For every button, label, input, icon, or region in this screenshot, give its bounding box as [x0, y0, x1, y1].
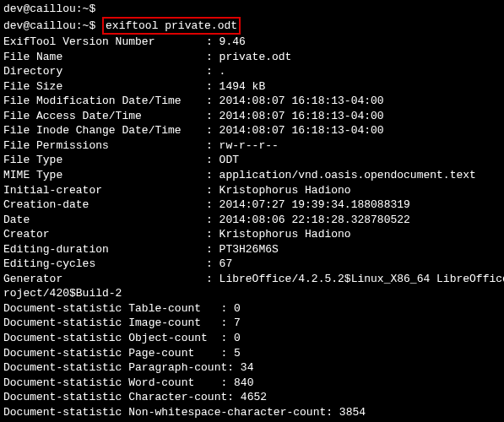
shell-prompt-command[interactable]: dev@caillou:~$ exiftool private.odt — [3, 17, 501, 35]
metadata-label: File Access Date/Time — [3, 109, 206, 124]
stat-row: Document-statistic Character-count: 4652 — [3, 390, 501, 405]
separator: : — [206, 273, 219, 285]
metadata-value: Kristophorus Hadiono — [219, 228, 351, 241]
metadata-row: MIME Type: application/vnd.oasis.opendoc… — [3, 168, 501, 183]
separator: : — [206, 65, 219, 78]
metadata-label: File Name — [3, 50, 206, 65]
metadata-value: 67 — [219, 257, 233, 270]
metadata-label: Creator — [3, 227, 206, 242]
separator: : — [206, 35, 219, 48]
separator: : — [206, 139, 219, 152]
stat-row: Document-statistic Table-count : 0 — [3, 301, 501, 316]
metadata-label: File Size — [3, 79, 206, 95]
metadata-row: File Name: private.odt — [3, 50, 501, 65]
separator: : — [206, 214, 219, 226]
metadata-row: Date: 2014:08:06 22:18:28.328780522 — [3, 213, 501, 228]
metadata-label: File Modification Date/Time — [3, 94, 206, 109]
metadata-label: Initial-creator — [3, 183, 206, 198]
metadata-row: File Size: 1494 kB — [3, 79, 501, 95]
metadata-label: File Type — [3, 153, 206, 168]
separator: : — [206, 124, 219, 137]
metadata-value: 9.46 — [219, 35, 246, 48]
metadata-value: Kristophorus Hadiono — [219, 184, 351, 197]
metadata-row: File Type: ODT — [3, 153, 501, 168]
stat-row: Document-statistic Word-count : 840 — [3, 376, 501, 391]
metadata-value: PT3H26M6S — [219, 243, 279, 256]
stat-row: Document-statistic Page-count : 5 — [3, 346, 501, 361]
metadata-row: Editing-duration: PT3H26M6S — [3, 242, 501, 257]
shell-prompt-empty: dev@caillou:~$ — [3, 2, 501, 17]
metadata-label: Creation-date — [3, 197, 206, 213]
metadata-row: Creator: Kristophorus Hadiono — [3, 227, 501, 242]
metadata-label: File Permissions — [3, 138, 206, 154]
metadata-value: 1494 kB — [219, 80, 266, 93]
metadata-value: 2014:08:06 22:18:28.328780522 — [219, 214, 410, 226]
metadata-label: Generator — [3, 272, 206, 287]
separator: : — [206, 154, 219, 166]
metadata-row: File Permissions: rw-r--r-- — [3, 138, 501, 154]
separator: : — [206, 169, 219, 181]
metadata-row: Editing-cycles: 67 — [3, 257, 501, 272]
generator-wrap: roject/420$Build-2 — [3, 286, 501, 301]
separator: : — [206, 198, 219, 211]
prompt-prefix: dev@caillou:~$ — [3, 19, 102, 32]
metadata-label: Editing-cycles — [3, 257, 206, 272]
metadata-row: File Inode Change Date/Time: 2014:08:07 … — [3, 123, 501, 138]
metadata-value: . — [219, 65, 226, 78]
metadata-value: rw-r--r-- — [219, 139, 279, 152]
separator: : — [206, 243, 219, 256]
metadata-label: Directory — [3, 64, 206, 79]
metadata-label: MIME Type — [3, 168, 206, 183]
metadata-value: 2014:08:07 16:18:13-04:00 — [219, 95, 384, 107]
command-highlight: exiftool private.odt — [102, 17, 241, 35]
separator: : — [206, 51, 219, 63]
metadata-label: Editing-duration — [3, 242, 206, 257]
metadata-value: LibreOffice/4.2.5.2$Linux_X86_64 LibreOf… — [219, 273, 504, 285]
metadata-value: ODT — [219, 154, 239, 166]
separator: : — [206, 184, 219, 197]
stat-row: Document-statistic Paragraph-count: 34 — [3, 360, 501, 376]
metadata-value: 2014:08:07 16:18:13-04:00 — [219, 124, 384, 137]
metadata-row: Creation-date: 2014:07:27 19:39:34.18808… — [3, 197, 501, 213]
metadata-label: ExifTool Version Number — [3, 35, 206, 50]
metadata-label: Date — [3, 213, 206, 228]
separator: : — [206, 110, 219, 122]
metadata-row: File Access Date/Time: 2014:08:07 16:18:… — [3, 109, 501, 124]
metadata-value: 2014:07:27 19:39:34.188088319 — [219, 198, 410, 211]
stat-row: Document-statistic Object-count : 0 — [3, 331, 501, 346]
metadata-value: private.odt — [219, 51, 292, 63]
metadata-row: Initial-creator: Kristophorus Hadiono — [3, 183, 501, 198]
metadata-value: 2014:08:07 16:18:13-04:00 — [219, 110, 384, 122]
metadata-label: File Inode Change Date/Time — [3, 123, 206, 138]
separator: : — [206, 228, 219, 241]
metadata-value: application/vnd.oasis.opendocument.text — [219, 169, 476, 181]
stat-row: Document-statistic Image-count : 7 — [3, 316, 501, 331]
separator: : — [206, 257, 219, 270]
separator: : — [206, 80, 219, 93]
metadata-row: ExifTool Version Number: 9.46 — [3, 35, 501, 50]
stat-row: Document-statistic Non-whitespace-charac… — [3, 405, 501, 420]
metadata-row: File Modification Date/Time: 2014:08:07 … — [3, 94, 501, 109]
separator: : — [206, 95, 219, 107]
metadata-row: Generator: LibreOffice/4.2.5.2$Linux_X86… — [3, 272, 501, 287]
metadata-row: Directory: . — [3, 64, 501, 79]
